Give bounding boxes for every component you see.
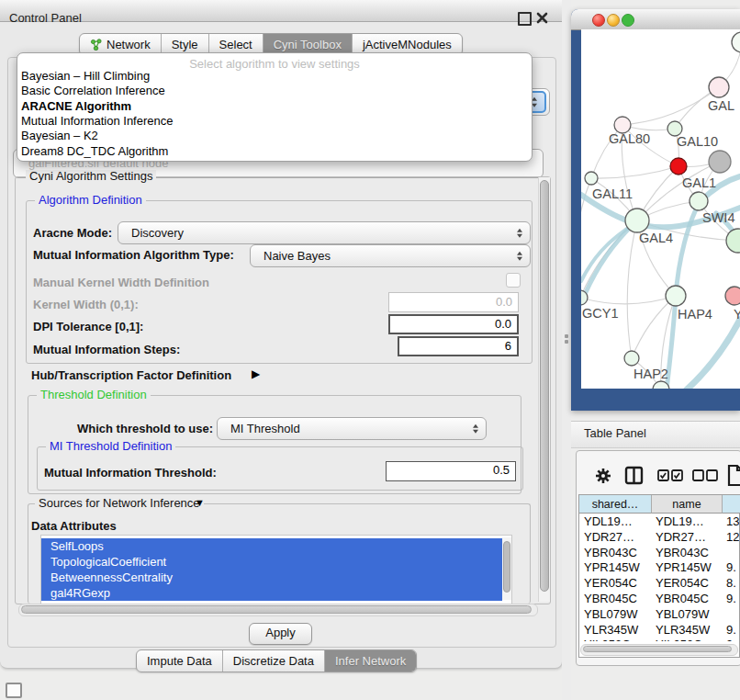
bottom-tab-impute-data-label: Impute Data <box>147 650 212 672</box>
network-node-arc-top[interactable] <box>732 32 740 52</box>
column-header-a[interactable]: A <box>723 495 740 514</box>
zoom-traffic-light-icon[interactable] <box>622 14 634 27</box>
settings-vertical-scrollbar[interactable] <box>538 177 550 602</box>
table-row[interactable]: YER054CYER054C8. <box>579 575 739 591</box>
table-row[interactable]: YBL079WYBL079W <box>579 606 739 622</box>
settings-horizontal-scrollbar[interactable] <box>18 604 538 616</box>
algorithm-option-bayesian-k2[interactable]: Bayesian – K2 <box>21 129 528 143</box>
algorithm-option-basic-correlation-inference[interactable]: Basic Correlation Inference <box>21 84 528 98</box>
algorithm-option-dream8-dc-tdc-algorithm[interactable]: Dream8 DC_TDC Algorithm <box>21 144 528 159</box>
list-scrollbar-thumb[interactable] <box>503 541 510 593</box>
algorithm-option-aracne-algorithm[interactable]: ARACNE Algorithm <box>21 99 528 114</box>
cell: YPR145W <box>584 559 640 575</box>
cell: 9. <box>726 622 736 638</box>
aracne-mode-value: Discovery <box>131 222 184 243</box>
mutual-info-threshold-field[interactable]: 0.5 <box>386 461 516 481</box>
network-node-gal1[interactable] <box>670 158 687 175</box>
network-node-green-right[interactable] <box>726 229 740 253</box>
export-table-button[interactable] <box>726 463 740 487</box>
network-node-big-gray[interactable] <box>709 151 731 173</box>
network-node-hap4[interactable] <box>666 286 686 306</box>
panel-splitter[interactable] <box>562 0 571 700</box>
mi-threshold-title: MI Threshold Definition <box>46 440 175 453</box>
node-label-hap2: HAP2 <box>633 367 668 381</box>
deselect-all-columns-button[interactable] <box>691 469 718 481</box>
data-attribute-option[interactable]: BetweennessCentrality <box>41 570 502 585</box>
restore-panel-icon[interactable] <box>6 683 22 698</box>
table-row[interactable]: YLR345WYLR345W9. <box>579 622 739 638</box>
node-label-gal: GAL <box>708 98 734 113</box>
hub-definition-label[interactable]: Hub/Transcription Factor Definition <box>31 368 231 382</box>
network-edge <box>591 166 678 178</box>
control-panel-titlebar[interactable] <box>0 0 562 22</box>
splitter-handle[interactable] <box>565 334 568 338</box>
dpi-tolerance-field[interactable]: 0.0 <box>388 314 519 334</box>
kernel-width-field[interactable]: 0.0 <box>388 292 519 312</box>
expand-arrow-icon[interactable]: ▶ <box>252 367 260 380</box>
aracne-mode-combobox[interactable]: Discovery <box>118 221 531 244</box>
cell: 13 <box>726 514 739 529</box>
settings-vscroll-thumb[interactable] <box>540 180 549 592</box>
table-row[interactable]: YBR045CYBR045C9. <box>579 591 739 606</box>
cell: YBL079W <box>656 606 710 622</box>
which-threshold-combobox[interactable]: MI Threshold <box>217 417 487 440</box>
bottom-tab-discretize-data[interactable]: Discretize Data <box>223 650 325 672</box>
table-settings-button[interactable] <box>593 466 612 485</box>
threshold-definition-title: Threshold Definition <box>37 389 151 401</box>
node-label-gal1: GAL1 <box>682 175 716 190</box>
data-attribute-option[interactable]: gal4RGexp <box>41 585 502 601</box>
select-all-columns-button[interactable] <box>656 469 683 481</box>
algorithm-option-mutual-information-inference[interactable]: Mutual Information Inference <box>21 114 528 129</box>
cell: 9. <box>726 637 736 641</box>
algorithm-option-bayesian-hill-climbing[interactable]: Bayesian – Hill Climbing <box>21 69 528 84</box>
table-row[interactable]: YDL19…YDL19…13 <box>579 514 739 529</box>
manual-kernel-width-checkbox[interactable] <box>506 273 521 288</box>
mi-algorithm-type-combobox[interactable]: Naive Bayes <box>250 244 531 267</box>
bottom-tab-impute-data[interactable]: Impute Data <box>137 650 223 672</box>
split-columns-button[interactable] <box>623 465 644 485</box>
close-icon[interactable] <box>536 11 548 23</box>
cell: YDL19… <box>584 514 633 529</box>
collapse-arrow-icon[interactable]: ▼ <box>195 497 205 508</box>
unchecked-boxes-icon <box>692 469 718 481</box>
list-scrollbar[interactable] <box>502 537 511 600</box>
node-label-y: Y <box>734 307 740 322</box>
table-horizontal-scrollbar[interactable] <box>580 644 738 656</box>
cell: 9. <box>726 559 736 575</box>
data-attributes-list[interactable]: SelfLoopsTopologicalCoefficientBetweenne… <box>40 535 512 604</box>
column-header-shared[interactable]: shared… <box>579 495 652 514</box>
close-traffic-light-icon[interactable] <box>592 14 605 27</box>
mutual-info-threshold-label: Mutual Information Threshold: <box>44 466 217 480</box>
network-node-gal11[interactable] <box>585 172 598 185</box>
table-hscroll-thumb[interactable] <box>583 646 732 652</box>
table-row[interactable]: YPR145WYPR145W9. <box>579 559 739 575</box>
table-rows: YDL19…YDL19…13YDR27…YDR27…12YBR043CYBR04… <box>579 514 739 641</box>
mi-steps-field[interactable]: 6 <box>398 336 519 356</box>
split-columns-icon <box>624 466 644 485</box>
float-window-icon[interactable] <box>518 12 532 26</box>
settings-hscroll-thumb[interactable] <box>21 605 532 614</box>
network-edge <box>627 220 637 358</box>
minimize-traffic-light-icon[interactable] <box>607 14 620 27</box>
combo-arrows-icon <box>473 423 478 434</box>
cell: YDL19… <box>656 514 704 529</box>
control-panel-title: Control Panel <box>9 10 82 27</box>
cell: YLR345W <box>584 622 638 638</box>
network-node-gal[interactable] <box>709 77 729 97</box>
mi-algorithm-type-label: Mutual Information Algorithm Type: <box>33 248 234 262</box>
table-row[interactable]: YIL053CYIL053C9. <box>579 637 739 641</box>
data-attribute-option[interactable]: TopologicalCoefficient <box>41 554 502 570</box>
network-node-y[interactable] <box>725 287 740 305</box>
table-row[interactable]: YDR27…YDR27…12 <box>579 529 739 545</box>
network-node-hap2[interactable] <box>624 351 639 366</box>
network-node-gal4[interactable] <box>625 209 649 232</box>
network-node-swi4[interactable] <box>690 192 708 210</box>
data-attribute-option[interactable]: SelfLoops <box>41 538 502 554</box>
table-row[interactable]: YBR043CYBR043C <box>579 545 739 560</box>
apply-button[interactable]: Apply <box>249 623 312 645</box>
network-canvas[interactable]: GALGAL80GAL10GAL1GAL11SWI4GAL4GCY1HAP4YH… <box>581 29 740 389</box>
cell: YIL053C <box>584 637 631 641</box>
bottom-tab-infer-network[interactable]: Infer Network <box>325 650 416 672</box>
combo-arrows-icon <box>517 251 522 261</box>
column-header-name[interactable]: name <box>652 495 723 514</box>
